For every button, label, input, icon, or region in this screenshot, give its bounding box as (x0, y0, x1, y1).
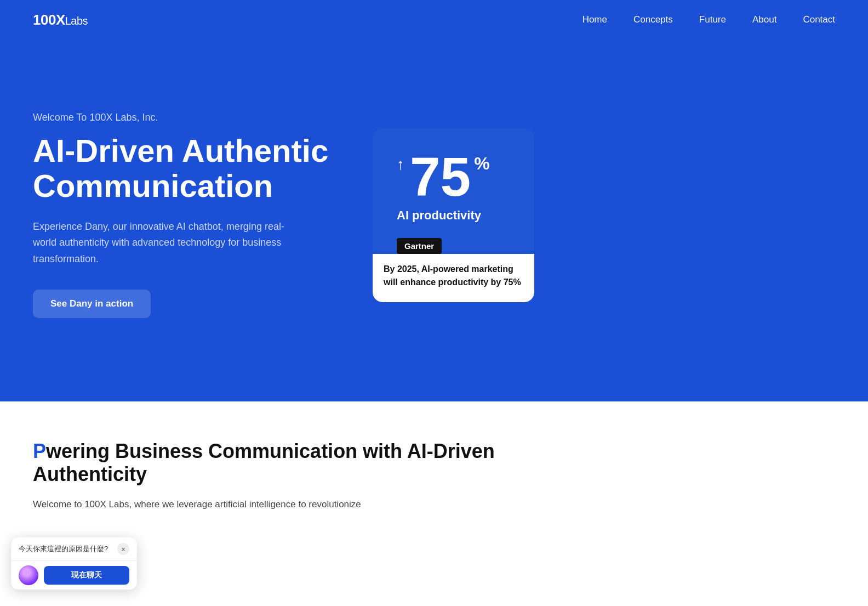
lower-section: Pwering Business Communication with AI-D… (0, 401, 868, 535)
hero-content: Welcome To 100X Labs, Inc. AI-Driven Aut… (33, 112, 340, 318)
cta-button[interactable]: See Dany in action (33, 290, 151, 318)
stat-label: AI productivity (397, 208, 510, 223)
hero-description: Experience Dany, our innovative AI chatb… (33, 219, 301, 268)
gartner-box: By 2025, AI-powered marketing will enhan… (373, 254, 534, 302)
stat-percent: % (474, 154, 489, 174)
hero-subtitle: Welcome To 100X Labs, Inc. (33, 112, 340, 123)
logo-text: 100X (33, 12, 65, 28)
hero-title: AI-Driven Authentic Communication (33, 133, 340, 203)
stat-card: ↑ 75 % AI productivity Gartner By 2025, … (373, 128, 534, 302)
lower-title: Pwering Business Communication with AI-D… (33, 440, 526, 486)
stat-number: 75 (410, 149, 471, 204)
nav-concepts[interactable]: Concepts (633, 14, 673, 25)
gartner-badge: Gartner (397, 238, 442, 254)
lower-description: Welcome to 100X Labs, where we leverage … (33, 497, 460, 513)
hero-section: Welcome To 100X Labs, Inc. AI-Driven Aut… (0, 39, 868, 401)
nav-links: Home Concepts Future About Contact (583, 14, 835, 25)
stat-arrow-icon: ↑ (397, 156, 404, 173)
stat-number-row: ↑ 75 % (397, 149, 510, 204)
nav-contact[interactable]: Contact (803, 14, 835, 25)
nav-future[interactable]: Future (699, 14, 726, 25)
stat-card-wrapper: ↑ 75 % AI productivity Gartner By 2025, … (340, 128, 534, 302)
nav-about[interactable]: About (752, 14, 776, 25)
nav-home[interactable]: Home (583, 14, 607, 25)
gartner-text: By 2025, AI-powered marketing will enhan… (384, 263, 523, 289)
logo: 100XLabs (33, 12, 88, 29)
navigation: 100XLabs Home Concepts Future About Cont… (0, 0, 868, 39)
